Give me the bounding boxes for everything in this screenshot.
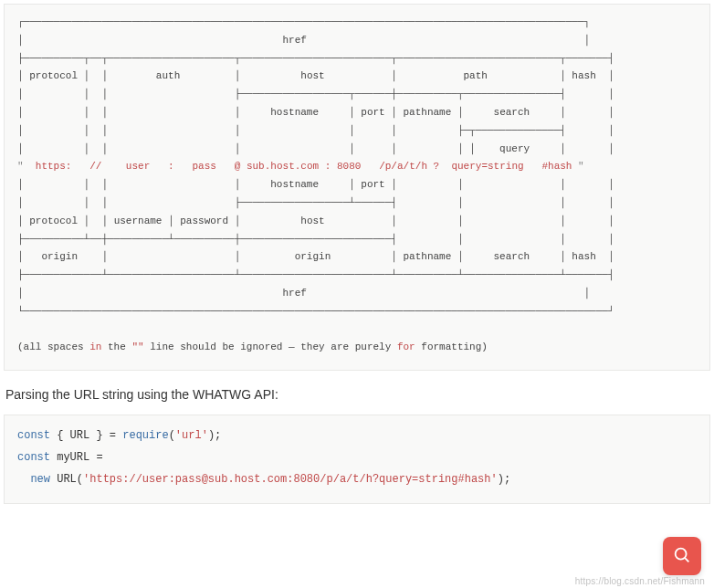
label-hash-bottom: hash: [572, 251, 595, 262]
label-port-bottom: port: [361, 179, 384, 190]
label-href-top: href: [282, 35, 306, 46]
label-hash-top: hash: [572, 70, 595, 81]
example-port: 8080: [337, 161, 361, 172]
js-code: const { URL } = require('url'); const my…: [17, 425, 697, 490]
example-hostname: sub.host.com: [247, 161, 319, 172]
section-text: Parsing the URL string using the WHATWG …: [5, 387, 710, 402]
label-origin-right: origin: [295, 251, 331, 262]
example-pathname: /p/a/t/h: [379, 161, 427, 172]
ascii-diagram: ┌───────────────────────────────────────…: [17, 14, 697, 357]
example-query: query=string: [451, 161, 523, 172]
label-auth: auth: [156, 70, 180, 81]
example-slashes: //: [89, 161, 101, 172]
label-host-bottom: host: [300, 215, 324, 226]
label-password: password: [180, 215, 228, 226]
example-scheme: https:: [36, 161, 72, 172]
label-port-top: port: [361, 107, 384, 118]
label-host-top: host: [300, 70, 324, 81]
label-search-bottom: search: [494, 251, 530, 262]
label-username: username: [114, 215, 163, 226]
url-structure-diagram: ┌───────────────────────────────────────…: [4, 4, 710, 371]
js-example-block: const { URL } = require('url'); const my…: [4, 415, 710, 504]
label-search-top: search: [494, 107, 530, 118]
label-pathname-bottom: pathname: [403, 251, 451, 262]
label-hostname-bottom: hostname: [270, 179, 319, 190]
example-pass: pass: [192, 161, 215, 172]
label-path: path: [464, 70, 488, 81]
label-protocol-top: protocol: [29, 70, 78, 81]
label-hostname-top: hostname: [270, 107, 319, 118]
label-href-bottom: href: [282, 288, 306, 299]
label-pathname-top: pathname: [404, 107, 452, 118]
label-origin-left: origin: [41, 251, 78, 262]
label-protocol-bottom: protocol: [29, 215, 78, 226]
label-query: query: [499, 143, 530, 154]
example-hash: #hash: [541, 161, 572, 172]
example-user: user: [126, 161, 150, 172]
